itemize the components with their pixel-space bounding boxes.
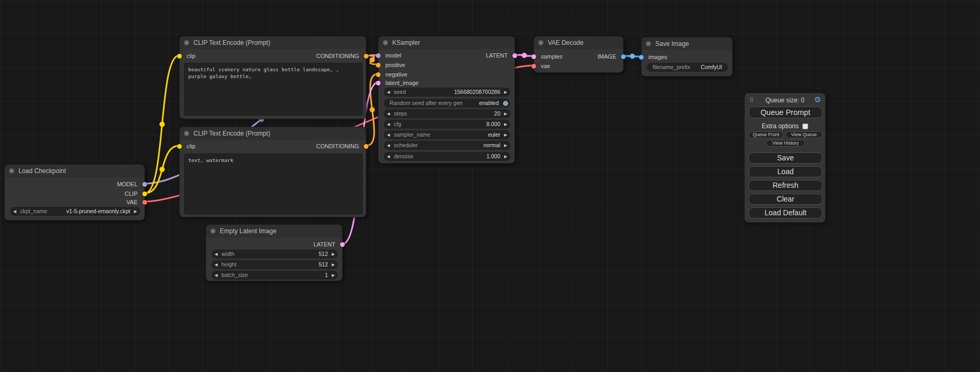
- steps-stepper[interactable]: ◀ steps 20 ▶: [384, 109, 510, 118]
- widget-label: denoise: [394, 152, 413, 161]
- node-title: CLIP Text Encode (Prompt): [193, 127, 270, 140]
- widget-value: v1-5-pruned-emaonly.ckpt: [66, 207, 130, 216]
- stepper-left-icon[interactable]: ◀: [387, 120, 390, 129]
- samples-input-dot[interactable]: [531, 54, 536, 59]
- node-collapse-dot[interactable]: [538, 40, 544, 45]
- node-clip-text-encode-positive[interactable]: CLIP Text Encode (Prompt) clip CONDITION…: [179, 36, 366, 119]
- input-label: clip: [187, 142, 196, 150]
- node-empty-latent-image[interactable]: Empty Latent Image LATENT ◀ width 512 ▶ …: [206, 224, 343, 281]
- node-vae-decode[interactable]: VAE Decode samples IMAGE vae: [533, 36, 624, 73]
- stepper-right-icon[interactable]: ▶: [504, 120, 507, 129]
- node-collapse-dot[interactable]: [383, 40, 388, 45]
- queue-front-button[interactable]: Queue Front: [749, 131, 783, 138]
- stepper-right-icon[interactable]: ▶: [504, 88, 507, 97]
- stepper-right-icon[interactable]: ▶: [504, 152, 507, 161]
- graph-canvas[interactable]: Load Checkpoint MODEL CLIP VAE ◀ ckpt_na…: [0, 0, 980, 372]
- node-title-bar[interactable]: Save Image: [642, 37, 732, 50]
- node-title: Empty Latent Image: [220, 225, 276, 237]
- image-output-dot[interactable]: [621, 54, 626, 59]
- height-stepper[interactable]: ◀ height 512 ▶: [211, 260, 338, 269]
- negative-input-dot[interactable]: [376, 72, 381, 77]
- clip-input-dot[interactable]: [177, 54, 182, 59]
- width-stepper[interactable]: ◀ width 512 ▶: [211, 250, 338, 259]
- node-title-bar[interactable]: Empty Latent Image: [206, 225, 342, 237]
- clear-button[interactable]: Clear: [749, 194, 822, 205]
- clip-input-dot[interactable]: [177, 144, 182, 149]
- node-collapse-dot[interactable]: [646, 41, 651, 46]
- toggle-dot[interactable]: [503, 101, 508, 106]
- save-button[interactable]: Save: [749, 152, 822, 164]
- input-label: samples: [541, 52, 562, 61]
- node-collapse-dot[interactable]: [210, 228, 216, 234]
- node-save-image[interactable]: Save Image images filename_prefix ComfyU…: [641, 37, 733, 77]
- stepper-left-icon[interactable]: ◀: [215, 250, 218, 259]
- load-button[interactable]: Load: [749, 166, 822, 177]
- positive-input-dot[interactable]: [376, 63, 381, 68]
- slot-row-negative: negative: [379, 70, 515, 79]
- stepper-left-icon[interactable]: ◀: [387, 109, 390, 118]
- stepper-left-icon[interactable]: ◀: [13, 207, 16, 216]
- widget-value: ComfyUI: [701, 63, 722, 72]
- node-title-bar[interactable]: VAE Decode: [534, 36, 623, 49]
- stepper-right-icon[interactable]: ▶: [504, 130, 507, 139]
- node-collapse-dot[interactable]: [184, 131, 189, 136]
- node-ksampler[interactable]: KSampler model LATENT positive negative …: [378, 36, 515, 164]
- images-input-dot[interactable]: [639, 55, 644, 60]
- stepper-right-icon[interactable]: ▶: [332, 271, 335, 280]
- seed-stepper[interactable]: ◀ seed 156680208700286 ▶: [384, 88, 510, 97]
- ckpt-name-combo[interactable]: ◀ ckpt_name v1-5-pruned-emaonly.ckpt ▶: [10, 207, 140, 216]
- node-title-bar[interactable]: CLIP Text Encode (Prompt): [180, 127, 366, 140]
- node-collapse-dot[interactable]: [9, 168, 14, 174]
- stepper-right-icon[interactable]: ▶: [332, 250, 335, 259]
- latent-output-dot[interactable]: [340, 242, 345, 247]
- stepper-left-icon[interactable]: ◀: [215, 260, 218, 269]
- positive-prompt-textarea[interactable]: beautiful scenery nature glass bottle la…: [184, 63, 363, 116]
- widget-label: width: [221, 250, 235, 259]
- node-title-bar[interactable]: Load Checkpoint: [5, 165, 144, 177]
- stepper-left-icon[interactable]: ◀: [215, 271, 218, 280]
- node-title-bar[interactable]: CLIP Text Encode (Prompt): [180, 36, 366, 49]
- stepper-right-icon[interactable]: ▶: [504, 141, 507, 150]
- batch-size-stepper[interactable]: ◀ batch_size 1 ▶: [211, 271, 338, 280]
- view-queue-button[interactable]: View Queue: [785, 131, 822, 138]
- model-output-dot[interactable]: [142, 182, 147, 187]
- node-collapse-dot[interactable]: [184, 40, 189, 45]
- extra-options-checkbox[interactable]: [802, 123, 808, 129]
- stepper-right-icon[interactable]: ▶: [504, 109, 507, 118]
- stepper-left-icon[interactable]: ◀: [387, 88, 390, 97]
- negative-prompt-textarea[interactable]: text, watermark: [184, 154, 363, 214]
- gear-icon[interactable]: ⚙: [814, 96, 821, 104]
- denoise-stepper[interactable]: ◀ denoise 1.000 ▶: [384, 152, 510, 161]
- scheduler-combo[interactable]: ◀ scheduler normal ▶: [384, 141, 510, 150]
- stepper-left-icon[interactable]: ◀: [387, 152, 390, 161]
- widget-label: batch_size: [221, 271, 248, 280]
- node-load-checkpoint[interactable]: Load Checkpoint MODEL CLIP VAE ◀ ckpt_na…: [4, 164, 145, 221]
- view-history-button[interactable]: View History: [766, 140, 805, 147]
- sampler-name-combo[interactable]: ◀ sampler_name euler ▶: [384, 130, 510, 139]
- vae-output-dot[interactable]: [142, 200, 147, 205]
- conditioning-output-dot[interactable]: [364, 144, 368, 149]
- stepper-right-icon[interactable]: ▶: [332, 260, 335, 269]
- load-default-button[interactable]: Load Default: [749, 207, 822, 218]
- latent-output-dot[interactable]: [512, 53, 517, 58]
- refresh-button[interactable]: Refresh: [749, 180, 822, 191]
- node-clip-text-encode-negative[interactable]: CLIP Text Encode (Prompt) clip CONDITION…: [179, 127, 366, 217]
- widget-value: enabled: [479, 99, 499, 108]
- clip-output-dot[interactable]: [142, 192, 147, 196]
- slot-row-model-latent: model LATENT: [379, 51, 515, 60]
- cfg-stepper[interactable]: ◀ cfg 8.000 ▶: [384, 120, 510, 129]
- conditioning-output-dot[interactable]: [364, 54, 368, 59]
- stepper-left-icon[interactable]: ◀: [387, 130, 390, 139]
- filename-prefix-field[interactable]: filename_prefix ComfyUI: [647, 63, 728, 72]
- slot-row: clip CONDITIONING: [180, 142, 366, 150]
- slot-row-latent-image: latent_image: [379, 79, 515, 87]
- node-title-bar[interactable]: KSampler: [379, 36, 515, 49]
- widget-value: 1.000: [487, 152, 500, 161]
- queue-prompt-button[interactable]: Queue Prompt: [749, 107, 822, 118]
- vae-input-dot[interactable]: [531, 64, 536, 69]
- stepper-right-icon[interactable]: ▶: [134, 207, 137, 216]
- random-seed-toggle[interactable]: Random seed after every gen enabled: [384, 99, 510, 108]
- latent-image-input-dot[interactable]: [376, 81, 381, 85]
- stepper-left-icon[interactable]: ◀: [387, 141, 390, 150]
- model-input-dot[interactable]: [376, 53, 381, 58]
